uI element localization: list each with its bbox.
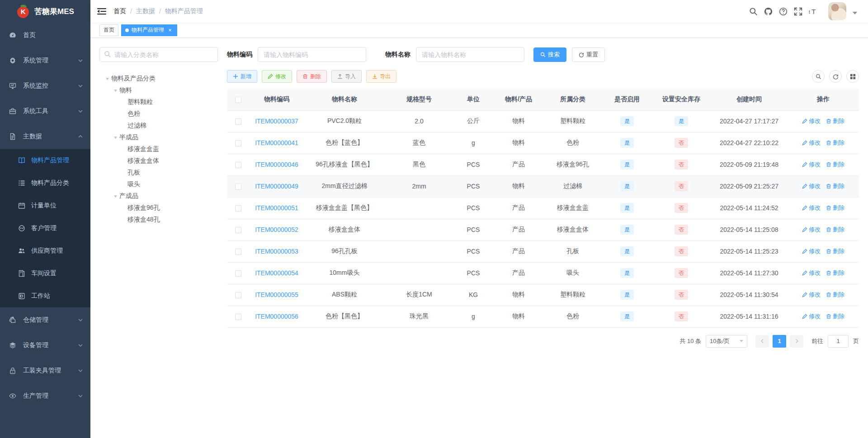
next-page-button[interactable]	[790, 335, 803, 348]
font-size-icon[interactable]: tT	[809, 7, 817, 16]
row-checkbox[interactable]	[235, 184, 241, 190]
row-edit-link[interactable]: 修改	[802, 291, 821, 299]
export-button[interactable]: 导出	[366, 70, 396, 83]
tree-node-material-and-product-category[interactable]: 物料及产品分类	[99, 73, 218, 85]
goto-page-input[interactable]	[828, 335, 849, 348]
row-delete-link[interactable]: 删除	[826, 247, 844, 255]
category-search-input[interactable]	[99, 47, 218, 62]
page-size-select[interactable]: 10条/页	[706, 335, 747, 348]
tag-home[interactable]: 首页	[99, 24, 118, 36]
name-filter-input[interactable]	[416, 47, 524, 62]
sidebar-item-customer-management[interactable]: 客户管理	[0, 217, 90, 240]
columns-grid-icon[interactable]	[846, 70, 859, 83]
prev-page-button[interactable]	[755, 335, 769, 348]
tree-node-pipette-box-96[interactable]: 移液盒96孔	[99, 202, 218, 214]
row-edit-link[interactable]: 修改	[802, 160, 821, 169]
row-checkbox[interactable]	[235, 270, 241, 277]
app-logo[interactable]: K 苦糖果MES	[0, 0, 90, 23]
sidebar-item-workshop-settings[interactable]: 车间设置	[0, 262, 90, 285]
tree-expand-caret-icon[interactable]	[103, 77, 111, 81]
refresh-icon[interactable]	[829, 70, 842, 83]
sidebar-item-equipment-management[interactable]: 设备管理	[0, 333, 90, 358]
add-button[interactable]: 新增	[227, 70, 257, 83]
item-code-link[interactable]: ITEM00000053	[255, 248, 298, 255]
item-code-link[interactable]: ITEM00000056	[255, 313, 298, 320]
search-button[interactable]: 搜索	[533, 47, 566, 62]
row-delete-link[interactable]: 删除	[826, 291, 844, 299]
row-edit-link[interactable]: 修改	[802, 226, 821, 234]
row-checkbox[interactable]	[235, 118, 241, 125]
tag-close-icon[interactable]: ×	[167, 27, 173, 33]
user-menu-caret-icon[interactable]	[853, 12, 857, 14]
item-code-link[interactable]: ITEM00000055	[255, 291, 298, 298]
row-checkbox[interactable]	[235, 249, 241, 255]
sidebar-item-material-product-management[interactable]: 物料产品管理	[0, 149, 90, 172]
tree-node-pipette-box-48[interactable]: 移液盒48孔	[99, 214, 218, 226]
import-button[interactable]: 导入	[331, 70, 362, 83]
tag-material-product-management[interactable]: 物料产品管理 ×	[121, 24, 177, 36]
edit-button[interactable]: 修改	[262, 70, 292, 83]
breadcrumb-master-data[interactable]: 主数据	[136, 7, 155, 15]
row-edit-link[interactable]: 修改	[802, 247, 821, 255]
sidebar-item-home[interactable]: 首页	[0, 23, 90, 48]
row-edit-link[interactable]: 修改	[802, 139, 821, 147]
sidebar-item-system-tools[interactable]: 系统工具	[0, 99, 90, 124]
row-delete-link[interactable]: 删除	[826, 269, 844, 277]
row-edit-link[interactable]: 修改	[802, 182, 821, 190]
page-1-button[interactable]: 1	[773, 335, 786, 348]
row-checkbox[interactable]	[235, 292, 241, 298]
sidebar-item-measurement-unit[interactable]: 计量单位	[0, 194, 90, 217]
breadcrumb-home[interactable]: 首页	[113, 7, 126, 15]
item-code-link[interactable]: ITEM00000046	[255, 161, 298, 168]
sidebar-toggle-icon[interactable]	[97, 8, 106, 15]
item-code-link[interactable]: ITEM00000049	[255, 183, 298, 190]
sidebar-item-workstation[interactable]: 工作站	[0, 285, 90, 307]
item-code-link[interactable]: ITEM00000041	[255, 139, 298, 146]
sidebar-item-system-management[interactable]: 系统管理	[0, 48, 90, 73]
tree-node-pipette-box-body[interactable]: 移液盒盒体	[99, 155, 218, 167]
row-checkbox[interactable]	[235, 162, 241, 168]
sidebar-item-material-product-category[interactable]: 物料产品分类	[0, 172, 90, 194]
row-delete-link[interactable]: 删除	[826, 139, 844, 147]
row-checkbox[interactable]	[235, 140, 241, 146]
row-delete-link[interactable]: 删除	[826, 182, 844, 190]
row-delete-link[interactable]: 删除	[826, 117, 844, 125]
tree-node-plastic-pellet[interactable]: 塑料颗粒	[99, 96, 218, 108]
item-code-link[interactable]: ITEM00000054	[255, 269, 298, 277]
header-search-icon[interactable]	[749, 7, 758, 16]
tree-expand-caret-icon[interactable]	[111, 136, 119, 140]
row-edit-link[interactable]: 修改	[802, 204, 821, 212]
tree-expand-caret-icon[interactable]	[111, 194, 119, 198]
row-edit-link[interactable]: 修改	[802, 312, 821, 320]
row-delete-link[interactable]: 删除	[826, 204, 844, 212]
row-checkbox[interactable]	[235, 314, 241, 320]
tree-node-well-plate[interactable]: 孔板	[99, 167, 218, 179]
row-edit-link[interactable]: 修改	[802, 117, 821, 125]
sidebar-item-production-management[interactable]: 生产管理	[0, 383, 90, 409]
tree-node-pipette-tip[interactable]: 吸头	[99, 179, 218, 190]
help-icon[interactable]	[779, 7, 788, 16]
item-code-link[interactable]: ITEM00000052	[255, 226, 298, 233]
tree-node-semi-finished[interactable]: 半成品	[99, 132, 218, 143]
sidebar-item-warehouse-management[interactable]: 仓储管理	[0, 307, 90, 333]
toggle-search-icon[interactable]	[812, 70, 825, 83]
tree-node-material[interactable]: 物料	[99, 85, 218, 96]
github-icon[interactable]	[764, 7, 773, 16]
row-checkbox[interactable]	[235, 227, 241, 233]
item-code-link[interactable]: ITEM00000051	[255, 204, 298, 212]
tree-node-finished-product[interactable]: 产成品	[99, 190, 218, 202]
sidebar-item-system-monitor[interactable]: 系统监控	[0, 73, 90, 99]
tree-expand-caret-icon[interactable]	[111, 89, 119, 93]
row-delete-link[interactable]: 删除	[826, 160, 844, 169]
row-delete-link[interactable]: 删除	[826, 312, 844, 320]
tree-node-color-powder[interactable]: 色粉	[99, 108, 218, 120]
row-delete-link[interactable]: 删除	[826, 226, 844, 234]
code-filter-input[interactable]	[258, 47, 366, 62]
sidebar-item-master-data[interactable]: 主数据	[0, 124, 90, 149]
tree-node-filter-cotton[interactable]: 过滤棉	[99, 120, 218, 132]
fullscreen-icon[interactable]	[794, 7, 802, 16]
sidebar-item-supplier-management[interactable]: 供应商管理	[0, 240, 90, 262]
row-checkbox[interactable]	[235, 205, 241, 212]
select-all-checkbox[interactable]	[235, 97, 241, 103]
reset-button[interactable]: 重置	[572, 47, 605, 62]
